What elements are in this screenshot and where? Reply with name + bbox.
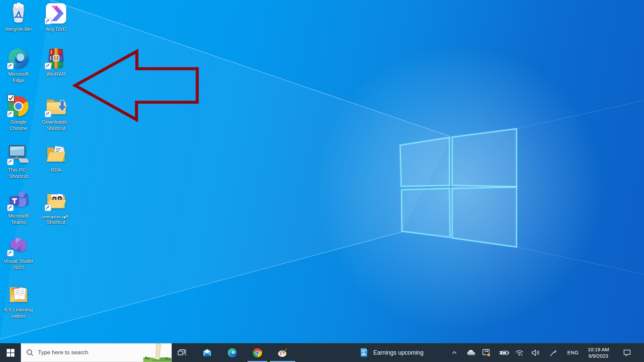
teams-icon: [8, 189, 29, 211]
pen-icon: [549, 349, 557, 357]
search-box[interactable]: [21, 343, 172, 362]
desktop-icon-label: Downloads - Shortcut: [39, 119, 73, 131]
desktop-icon-label: Any DVD: [39, 26, 73, 32]
language-code: ENG: [567, 350, 579, 356]
desktop-icon-rda[interactable]: RDA: [38, 143, 74, 173]
edge-icon: [8, 48, 29, 69]
shortcut-arrow-icon: [7, 111, 14, 117]
desktop-icon-label: Microsoft Edge: [2, 71, 35, 83]
earnings-report-icon: [359, 348, 369, 358]
any-dvd-icon: [45, 3, 67, 24]
taskbar-chrome-button[interactable]: [245, 343, 270, 362]
winrar-icon: [45, 48, 67, 69]
volume-tray-button[interactable]: [528, 343, 543, 362]
media-folder-icon: [45, 189, 67, 211]
chrome-icon: [8, 96, 29, 117]
desktop-icon-label: فهرستنویسی - Shortcut: [39, 213, 73, 225]
news-widget-button[interactable]: Earnings upcoming: [356, 343, 448, 362]
mail-icon: [202, 348, 212, 358]
desktop-icon-ils-learning-videos[interactable]: ILS Learning videos: [0, 283, 37, 319]
chevron-up-icon: [451, 350, 458, 356]
battery-tray-button[interactable]: [496, 343, 511, 362]
desktop-icon-label: RDA: [39, 167, 73, 173]
desktop-icon-label: Google Chrome: [2, 119, 35, 131]
language-indicator[interactable]: ENG: [564, 343, 582, 362]
wallpaper-light-beams: [0, 0, 644, 343]
sync-status-icon: [482, 348, 491, 357]
windows-ink-tray-button[interactable]: [545, 343, 561, 362]
desktop-icon-label: WinRAR: [39, 71, 73, 77]
chrome-icon: [253, 348, 262, 358]
onedrive-cloud-icon: [466, 349, 476, 356]
desktop-icon-microsoft-edge[interactable]: Microsoft Edge: [0, 48, 37, 83]
desktop-icon-visual-studio-2022[interactable]: Visual Studio 2022: [0, 235, 37, 270]
shortcut-arrow-icon: [7, 159, 14, 165]
taskbar-mail-button[interactable]: [195, 343, 220, 362]
wifi-icon: [515, 350, 524, 356]
desktop-icon-any-dvd[interactable]: Any DVD: [38, 3, 74, 32]
recycle-bin-icon: [8, 3, 29, 24]
desktop-icon-recycle-bin[interactable]: Recycle Bin: [0, 3, 37, 32]
desktop-icon-label: Recycle Bin: [2, 26, 35, 32]
taskbar-paint-button[interactable]: [270, 343, 295, 362]
clock-time: 10:19 AM: [588, 346, 609, 353]
search-highlight-pisa-illustration[interactable]: [143, 343, 171, 362]
task-view-button[interactable]: [169, 343, 195, 362]
desktop-icon-microsoft-teams[interactable]: Microsoft Teams: [0, 189, 37, 225]
desktop-icon-downloads-shortcut[interactable]: Downloads - Shortcut: [38, 96, 74, 131]
sync-status-tray-button[interactable]: [480, 343, 493, 362]
this-pc-icon: [8, 143, 29, 165]
desktop-icon-winrar[interactable]: WinRAR: [38, 48, 74, 77]
desktop-icon-fehrestnevisi-shortcut[interactable]: فهرستنویسی - Shortcut: [38, 189, 74, 225]
visual-studio-icon: [8, 235, 29, 256]
action-center-button[interactable]: [619, 343, 635, 362]
documents-folder-icon: [8, 283, 29, 305]
taskbar-app-buttons: [169, 343, 295, 362]
show-hidden-icons-button[interactable]: [449, 343, 460, 362]
paint-icon: [278, 348, 287, 358]
desktop-icon-label: ILS Learning videos: [2, 306, 35, 319]
windows-start-icon: [7, 349, 14, 357]
shortcut-arrow-icon: [7, 204, 14, 211]
desktop-icon-label: Visual Studio 2022: [2, 258, 35, 270]
checkbox-checked-icon[interactable]: [7, 95, 14, 102]
widget-label: Earnings upcoming: [373, 349, 424, 356]
battery-charging-icon: [499, 349, 509, 356]
desktop-icon-label: Microsoft Teams: [2, 213, 35, 225]
search-icon: [26, 349, 34, 357]
shortcut-arrow-icon: [45, 18, 51, 24]
windows-desktop-screen: Recycle Bin Microsoft Edge Google Chrome…: [0, 0, 644, 362]
taskbar: Earnings upcoming ENG 10:19 AM 8/9/2023: [0, 343, 644, 362]
downloads-folder-icon: [45, 96, 67, 117]
clock[interactable]: 10:19 AM 8/9/2023: [583, 343, 614, 362]
onedrive-tray-button[interactable]: [464, 343, 478, 362]
action-center-icon: [623, 349, 631, 357]
shortcut-arrow-icon: [7, 250, 14, 256]
shortcut-arrow-icon: [45, 63, 51, 69]
desktop-icon-label: This PC - Shortcut: [2, 167, 35, 179]
task-view-icon: [177, 348, 187, 358]
network-tray-button[interactable]: [512, 343, 527, 362]
edge-icon: [227, 348, 237, 358]
desktop-icon-google-chrome[interactable]: Google Chrome: [0, 96, 37, 131]
clock-date: 8/9/2023: [589, 353, 608, 359]
shortcut-arrow-icon: [7, 63, 14, 69]
shortcut-arrow-icon: [45, 111, 51, 117]
desktop-wallpaper[interactable]: Recycle Bin Microsoft Edge Google Chrome…: [0, 0, 644, 343]
volume-icon: [531, 349, 540, 356]
desktop-icon-this-pc-shortcut[interactable]: This PC - Shortcut: [0, 143, 37, 179]
taskbar-edge-button[interactable]: [220, 343, 245, 362]
shortcut-arrow-icon: [45, 204, 51, 211]
start-button[interactable]: [0, 343, 21, 362]
rda-folder-icon: [45, 143, 67, 165]
